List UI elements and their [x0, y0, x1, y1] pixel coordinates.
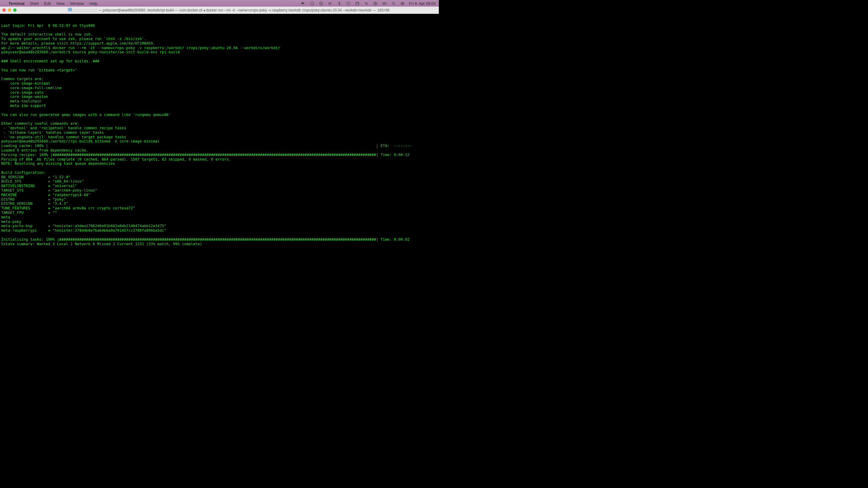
menubar-right: Fri 8. Apr 09:03	[301, 1, 436, 6]
terminal-line: meta-poky	[1, 220, 438, 224]
terminal-line: BUILD_SYS = "x86_64-linux"	[1, 179, 438, 184]
terminal-line: core-image-weston	[1, 95, 438, 99]
svg-line-20	[394, 4, 395, 5]
window-title-text: — pokyuser@aea48b293660: /workdir/rpi-bu…	[97, 8, 390, 12]
svg-point-7	[319, 1, 322, 5]
terminal-line: BB_VERSION = "1.52.0"	[1, 175, 438, 180]
terminal-line: - 'devtool' and 'recipetool' handle comm…	[1, 126, 438, 130]
terminal-line: meta-raspberrypi = "honister:378d4b6e7ba…	[1, 228, 438, 233]
terminal-line: For more details, please visit https://s…	[1, 41, 438, 46]
menubar-clock[interactable]: Fri 8. Apr 09:03	[409, 1, 436, 6]
terminal-line: Parsing of 864 .bb files complete (0 cac…	[1, 157, 438, 162]
pause-icon[interactable]	[318, 1, 323, 6]
svg-rect-11	[355, 2, 359, 5]
terminal-line: TUNE_FEATURES = "aarch64 armv8a crc cryp…	[1, 206, 438, 210]
svg-rect-1	[302, 3, 303, 4]
svg-rect-2	[303, 3, 304, 4]
volume-icon[interactable]	[328, 1, 333, 6]
terminal-line	[1, 72, 438, 77]
calendar-icon[interactable]	[355, 1, 360, 6]
terminal-line: MACHINE = "raspberrypi4-64"	[1, 193, 438, 197]
keyboard-icon[interactable]	[382, 1, 387, 6]
terminal-line	[1, 108, 438, 113]
minimize-button[interactable]	[8, 8, 11, 12]
menu-help[interactable]: Help	[90, 1, 98, 6]
terminal-line: The default interactive shell is now zsh…	[1, 32, 438, 37]
terminal-line: Other commonly useful commands are:	[1, 121, 438, 126]
terminal-line: Loading cache: 100% | | ETA: --:--:--	[1, 144, 438, 148]
terminal-line: DISTRO = "poky"	[1, 197, 438, 202]
terminal-line: Loaded 0 entries from dependency cache.	[1, 148, 438, 153]
close-button[interactable]	[2, 8, 6, 12]
terminal-line: Build Configuration:	[1, 170, 438, 175]
terminal-line: To update your account to use zsh, pleas…	[1, 37, 438, 41]
wifi-off-icon[interactable]	[364, 1, 369, 6]
user-icon[interactable]	[373, 1, 378, 6]
svg-rect-21	[401, 2, 402, 3]
terminal-line: pokyuser@aea48b293660:/workdir$ source p…	[1, 50, 438, 55]
terminal-line: core-image-sato	[1, 90, 438, 95]
info-icon[interactable]	[310, 1, 314, 6]
terminal-line: core-image-full-cmdline	[1, 86, 438, 90]
terminal-line: pokyuser@aea48b293660:/workdir/rpi-build…	[1, 139, 438, 144]
window-title: — pokyuser@aea48b293660: /workdir/rpi-bu…	[21, 8, 436, 12]
terminal-line	[1, 117, 438, 121]
terminal-line: DISTRO_VERSION = "3.4.3"	[1, 201, 438, 206]
menu-window[interactable]: Window	[70, 1, 84, 6]
terminal-line	[1, 55, 438, 59]
terminal-viewport[interactable]: Last login: Fri Apr 8 08:53:07 on ttys00…	[0, 14, 439, 246]
terminal-line: ### Shell environment set up for builds.…	[1, 59, 438, 64]
control-center-icon[interactable]	[400, 1, 405, 6]
app-name[interactable]: Terminal	[8, 1, 24, 6]
menu-shell[interactable]: Shell	[30, 1, 38, 6]
bluetooth-icon[interactable]	[337, 1, 341, 6]
terminal-line: meta	[1, 215, 438, 220]
terminal-output: Last login: Fri Apr 8 08:53:07 on ttys00…	[1, 24, 438, 246]
menubar-left: Terminal Shell Edit View Window Help	[3, 1, 98, 6]
terminal-line: - 'bitbake-layers' handles common layer …	[1, 130, 438, 135]
terminal-line: Parsing recipes: 100% |#################…	[1, 153, 438, 157]
terminal-line	[1, 64, 438, 68]
terminal-line: meta-ide-support	[1, 104, 438, 108]
terminal-line	[1, 233, 438, 237]
terminal-line: wp-2:~ walter.prechtl$ docker run --rm -…	[1, 46, 438, 50]
menu-edit[interactable]: Edit	[44, 1, 51, 6]
terminal-line: meta-yocto-bsp = "honister:a5dea17662d6e…	[1, 224, 438, 228]
svg-point-19	[392, 2, 395, 4]
terminal-line	[1, 28, 438, 32]
zoom-button[interactable]	[13, 8, 17, 12]
svg-point-16	[375, 2, 376, 4]
terminal-line: You can also run generated qemu images w…	[1, 113, 438, 117]
search-icon[interactable]	[391, 1, 396, 6]
svg-rect-22	[403, 2, 404, 3]
terminal-line: TARGET_SYS = "aarch64-poky-linux"	[1, 188, 438, 193]
terminal-line: meta-toolchain	[1, 99, 438, 104]
scrollbar[interactable]	[438, 14, 439, 246]
docker-icon[interactable]	[301, 1, 305, 6]
terminal-line: TARGET_FPU = ""	[1, 210, 438, 215]
svg-rect-23	[401, 4, 404, 4]
terminal-line	[1, 166, 438, 170]
terminal-line: Last login: Fri Apr 8 08:53:07 on ttys00…	[1, 24, 438, 28]
window-titlebar: — pokyuser@aea48b293660: /workdir/rpi-bu…	[0, 7, 439, 14]
terminal-line: Initialising tasks: 100% |##############…	[1, 237, 438, 242]
timemachine-icon[interactable]	[346, 1, 350, 6]
traffic-lights	[2, 8, 17, 12]
terminal-line: Common targets are:	[1, 77, 438, 82]
terminal-line: You can now run 'bitbake <target>'	[1, 68, 438, 73]
terminal-line: Sstate summary: Wanted 3 Local 1 Network…	[1, 242, 438, 246]
svg-rect-0	[301, 3, 302, 4]
terminal-line: - 'oe-pkgdata-util' handles common targe…	[1, 135, 438, 139]
macos-menubar: Terminal Shell Edit View Window Help Fri…	[0, 0, 439, 7]
terminal-line: NATIVELSBSTRING = "universal"	[1, 184, 438, 188]
redacted-segment	[73, 9, 97, 12]
svg-rect-3	[302, 2, 303, 3]
terminal-line: core-image-minimal	[1, 82, 438, 86]
folder-icon	[68, 8, 72, 11]
menu-view[interactable]: View	[56, 1, 65, 6]
terminal-line: NOTE: Resolving any missing task queue d…	[1, 161, 438, 166]
